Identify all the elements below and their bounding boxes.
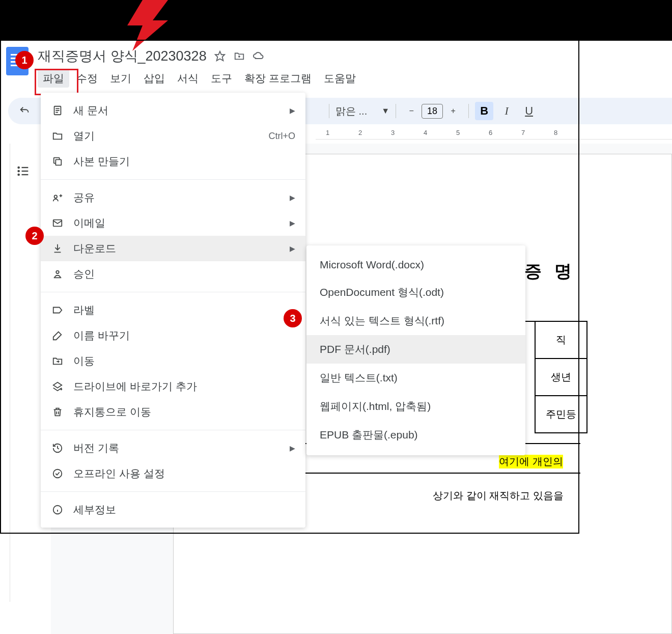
menu-move[interactable]: 이동 [41,348,305,374]
submenu-arrow-icon: ▶ [290,444,295,452]
menu-details[interactable]: 세부정보 [41,497,305,522]
font-size-decrease[interactable]: − [402,102,421,120]
menu-divider [41,179,305,180]
menu-format[interactable]: 서식 [172,69,204,88]
menu-share[interactable]: 공유 ▶ [41,185,305,210]
italic-button[interactable]: I [497,102,516,120]
submenu-docx[interactable]: Microsoft Word(.docx) [306,252,525,278]
font-size-input[interactable]: 18 [422,104,443,119]
email-icon [51,216,64,230]
shortcut-icon [51,380,64,393]
submenu-arrow-icon: ▶ [290,244,295,253]
svg-point-13 [54,195,58,198]
submenu-pdf[interactable]: PDF 문서(.pdf) [306,335,525,364]
folder-icon [51,129,64,143]
menu-extensions[interactable]: 확장 프로그램 [239,69,317,88]
submenu-arrow-icon: ▶ [290,194,295,202]
trash-icon [51,405,64,419]
submenu-txt[interactable]: 일반 텍스트(.txt) [306,364,525,392]
bold-button[interactable]: B [475,102,493,120]
doc-heading-partial: 증 명 [524,260,576,283]
annotation-badge-3: 3 [284,309,302,327]
shortcut-label: Ctrl+O [268,131,295,142]
star-icon[interactable] [214,50,226,62]
menu-rename[interactable]: 이름 바꾸기 [41,323,305,348]
svg-point-6 [18,174,19,175]
svg-marker-0 [127,0,168,51]
submenu-rtf[interactable]: 서식 있는 텍스트 형식(.rtf) [306,307,525,335]
menu-email[interactable]: 이메일 ▶ [41,210,305,236]
undo-button[interactable] [15,102,34,120]
svg-point-17 [56,271,59,274]
offline-icon [51,467,64,480]
doc-table: 직 생년 주민등 [535,321,587,433]
move-icon [51,354,64,368]
menu-help[interactable]: 도움말 [319,69,361,88]
menu-offline[interactable]: 오프라인 사용 설정 [41,461,305,486]
font-size-group: − 18 + [402,102,462,120]
menu-divider [41,491,305,492]
svg-point-20 [53,470,62,478]
menu-new-document[interactable]: 새 문서 ▶ [41,98,305,123]
share-icon [51,191,64,204]
font-selector[interactable]: 맑은 ... [335,104,367,118]
menu-approval[interactable]: 승인 [41,261,305,287]
submenu-arrow-icon: ▶ [290,106,295,115]
font-size-increase[interactable]: + [444,102,462,120]
menu-divider [41,430,305,430]
menu-label[interactable]: 라벨 [41,297,305,323]
menu-open[interactable]: 열기 Ctrl+O [41,123,305,149]
document-icon [51,104,64,117]
svg-rect-12 [55,159,61,165]
underline-button[interactable]: U [520,102,538,120]
menu-trash[interactable]: 휴지통으로 이동 [41,399,305,425]
download-icon [51,242,64,255]
annotation-badge-1: 1 [15,51,34,69]
menu-file[interactable]: 파일 [38,69,69,88]
submenu-odt[interactable]: OpenDocument 형식(.odt) [306,278,525,307]
submenu-arrow-icon: ▶ [290,219,295,227]
move-folder-icon[interactable] [233,50,245,62]
menu-version-history[interactable]: 버전 기록 ▶ [41,435,305,461]
menu-add-shortcut[interactable]: 드라이브에 바로가기 추가 [41,374,305,399]
menu-insert[interactable]: 삽입 [138,69,170,88]
doc-highlight-text: 여기에 개인의 [499,455,563,468]
outline-panel [8,144,39,602]
menu-make-copy[interactable]: 사본 만들기 [41,149,305,174]
menu-download[interactable]: 다운로드 ▶ [41,236,305,261]
svg-point-2 [18,167,19,168]
menu-view[interactable]: 보기 [105,69,136,88]
file-dropdown-menu: 새 문서 ▶ 열기 Ctrl+O 사본 만들기 공유 ▶ 이메일 ▶ 다운로드 … [41,93,305,528]
rename-icon [51,329,64,342]
copy-icon [51,155,64,168]
label-icon [51,304,64,317]
info-icon [51,503,64,516]
submenu-html[interactable]: 웹페이지(.html, 압축됨) [306,392,525,421]
download-submenu: Microsoft Word(.docx) OpenDocument 형식(.o… [306,245,525,455]
menu-edit[interactable]: 수정 [71,69,103,88]
horizontal-ruler[interactable]: 1 2 3 4 5 6 7 8 [316,126,672,140]
menu-divider [41,292,305,292]
menu-tools[interactable]: 도구 [206,69,237,88]
annotation-arrow [92,0,168,51]
doc-footer-text: 상기와 같이 재직하고 있음을 [433,489,564,503]
submenu-epub[interactable]: EPUB 출판물(.epub) [306,421,525,449]
svg-marker-1 [215,51,224,61]
outline-toggle-icon[interactable] [16,164,31,180]
history-icon [51,442,64,455]
menubar: 파일 수정 보기 삽입 서식 도구 확장 프로그램 도움말 [38,69,361,88]
cloud-status-icon[interactable] [253,50,265,62]
approval-icon [51,267,64,281]
annotation-badge-2: 2 [25,227,44,245]
svg-point-4 [18,171,19,172]
